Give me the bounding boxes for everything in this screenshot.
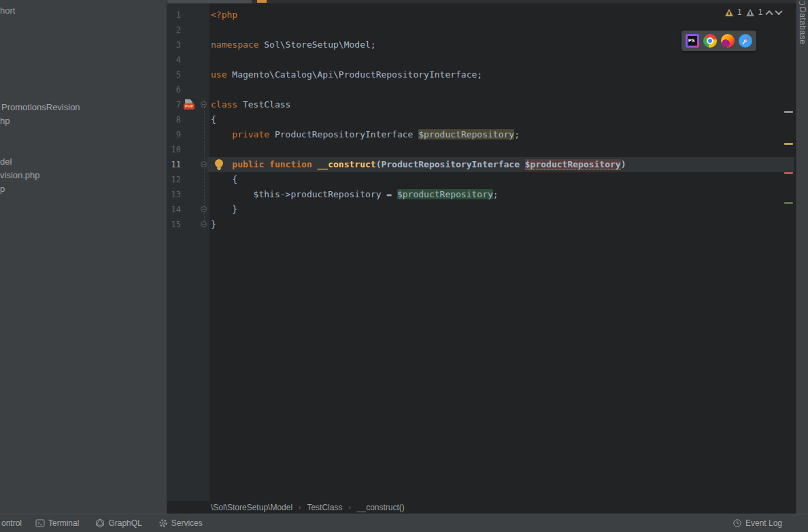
error-stripe-mark[interactable]	[784, 202, 793, 204]
code-token: TestClass	[243, 99, 290, 110]
line-number: 8	[167, 112, 181, 127]
event-log-label: Event Log	[745, 518, 782, 528]
code-token: ;	[514, 129, 520, 139]
line-number: 6	[167, 82, 181, 97]
code-token: Sol\StoreSetup\Model;	[264, 39, 375, 50]
line-number: 1	[167, 7, 181, 22]
line-number: 5	[167, 67, 181, 82]
services-label: Services	[171, 518, 203, 528]
breadcrumb: \Sol\StoreSetup\Model › TestClass › __co…	[167, 501, 796, 514]
tree-item[interactable]: PromotionsRevision	[1, 102, 80, 112]
error-stripe-mark[interactable]	[784, 172, 793, 174]
code-line[interactable]: }	[211, 217, 796, 232]
code-token: }	[211, 219, 216, 229]
code-line[interactable]: private ProductRepositoryInterface $prod…	[211, 127, 796, 142]
code-token: <?php	[211, 10, 237, 20]
breadcrumb-namespace[interactable]: \Sol\StoreSetup\Model	[211, 503, 292, 512]
line-number: 4	[167, 52, 181, 67]
error-stripe-mark[interactable]	[784, 143, 793, 145]
code-line[interactable]	[211, 52, 796, 67]
code-line[interactable]: <?php	[211, 7, 796, 22]
code-line[interactable]: use Magento\Catalog\Api\ProductRepositor…	[211, 67, 796, 82]
graphql-tool-button[interactable]: GraphQL	[95, 518, 141, 528]
code-line[interactable]: {	[211, 112, 796, 127]
inspections-widget[interactable]: 1 1	[725, 7, 781, 17]
code-token: ;	[493, 189, 499, 199]
line-number: 11	[167, 157, 181, 172]
code-token: {	[211, 114, 216, 124]
code-token	[211, 129, 232, 139]
code-token: {	[211, 174, 237, 184]
graphql-icon	[95, 518, 105, 528]
code-token: public function	[232, 159, 317, 169]
chevron-right-icon: ›	[348, 503, 350, 511]
previous-problem-button[interactable]	[766, 10, 773, 18]
firefox-icon[interactable]	[721, 34, 735, 48]
typo-count: 1	[758, 7, 763, 17]
status-bar: ontrol Terminal GraphQL	[0, 514, 808, 532]
code-line[interactable]	[211, 142, 796, 157]
fold-toggle-icon[interactable]	[201, 161, 207, 167]
intention-bulb-icon[interactable]	[215, 159, 224, 170]
editor-tab-strip	[167, 0, 796, 3]
code-token: }	[211, 204, 237, 214]
terminal-tool-button[interactable]: Terminal	[35, 518, 79, 528]
tree-item[interactable]: p	[0, 184, 5, 194]
php-class-icon-label: PHP	[184, 103, 195, 110]
database-tool-label: Database	[798, 7, 807, 44]
code-token: private	[232, 129, 275, 139]
code-token: __construct	[318, 159, 376, 169]
fold-toggle-icon[interactable]	[201, 206, 207, 212]
tree-item[interactable]: del	[0, 156, 12, 167]
tree-item[interactable]: hp	[0, 116, 10, 126]
line-number: 13	[167, 187, 181, 202]
bulb-base	[218, 169, 220, 170]
terminal-label: Terminal	[48, 518, 79, 528]
line-number: 10	[167, 142, 181, 157]
line-number: 2	[167, 22, 181, 37]
editor-area[interactable]: 1234567PHP89101112131415 <?phpnamespace …	[167, 0, 796, 514]
code-line[interactable]	[211, 82, 796, 97]
code-line[interactable]: class TestClass	[211, 97, 796, 112]
code-line[interactable]: }	[211, 202, 796, 217]
services-tool-button[interactable]: Services	[158, 518, 203, 528]
safari-icon[interactable]	[739, 34, 752, 48]
error-stripe-mark[interactable]	[784, 111, 793, 113]
tree-item[interactable]: vision.php	[0, 170, 40, 180]
warning-icon	[725, 9, 733, 16]
code-token: (ProductRepositoryInterface	[376, 159, 525, 169]
chrome-icon[interactable]	[703, 34, 717, 48]
terminal-icon	[35, 518, 45, 528]
code-token: $productRepository	[525, 159, 621, 170]
code-token: $productRepository	[397, 189, 493, 199]
open-in-browser-toolbar: PS	[681, 31, 756, 51]
fold-toggle-icon[interactable]	[201, 221, 207, 227]
php-class-icon[interactable]: PHP	[184, 99, 195, 110]
typo-icon	[746, 9, 754, 16]
tool-button-partial[interactable]: ontrol	[1, 518, 22, 528]
event-log-button[interactable]: Event Log	[733, 518, 808, 528]
line-number: 9	[167, 127, 181, 142]
ide-window: hort PromotionsRevisionhpdelvision.phpp …	[0, 0, 808, 532]
warning-count: 1	[737, 7, 742, 17]
project-panel: hort PromotionsRevisionhpdelvision.phpp	[0, 0, 167, 514]
line-number: 7	[167, 97, 181, 112]
phpstorm-browser-icon[interactable]: PS	[686, 34, 699, 48]
code-line[interactable]: {	[211, 172, 796, 187]
next-problem-button[interactable]	[775, 7, 783, 15]
code-token: Magento\Catalog\Api\ProductRepositoryInt…	[232, 69, 482, 80]
event-log-icon	[733, 518, 742, 528]
breadcrumb-class[interactable]: TestClass	[307, 503, 342, 512]
code-token: class	[211, 99, 243, 110]
chevron-right-icon: ›	[299, 503, 301, 511]
database-tool-button[interactable]: Database	[796, 0, 808, 514]
fold-toggle-icon[interactable]	[201, 101, 207, 107]
code-token: )	[621, 159, 626, 169]
line-number: 3	[167, 37, 181, 52]
breadcrumb-method[interactable]: __construct()	[357, 503, 405, 512]
code-line[interactable]: $this->productRepository = $productRepos…	[211, 187, 796, 202]
code-line[interactable]: public function __construct(ProductRepos…	[211, 157, 796, 172]
bulb-glass	[215, 159, 223, 167]
active-tab-indicator	[257, 0, 267, 3]
database-icon	[799, 1, 805, 5]
